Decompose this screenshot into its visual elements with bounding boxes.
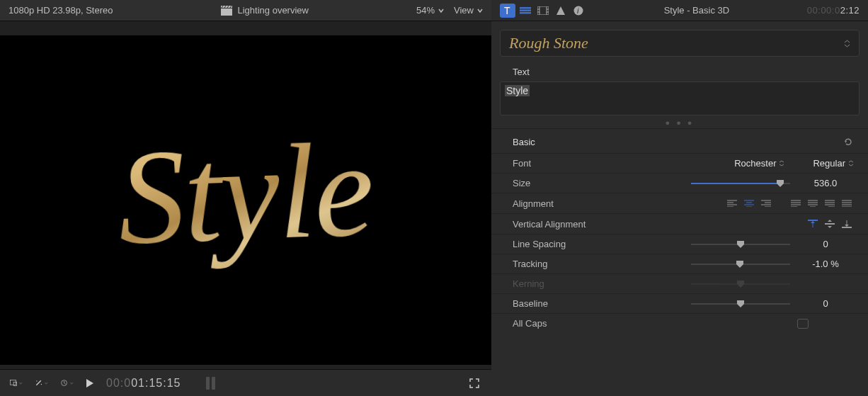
svg-marker-64 (737, 241, 744, 248)
play-button[interactable] (86, 379, 93, 387)
info-tab[interactable]: i (571, 4, 586, 18)
slider-knob-icon (736, 281, 745, 288)
crop-tool-dropdown[interactable] (10, 378, 23, 388)
clip-name-dropdown[interactable]: Lighting overview (221, 5, 309, 16)
slider-knob-icon (776, 180, 784, 187)
timecode-dim: 00:0 (106, 377, 131, 389)
valign-middle-button[interactable] (823, 218, 837, 230)
enhance-tool-dropdown[interactable] (35, 378, 48, 388)
kerning-label: Kerning (513, 278, 612, 289)
linespacing-label: Line Spacing (513, 239, 612, 249)
text-value: Style (505, 85, 530, 96)
preview-3d-text: Style (115, 111, 375, 274)
justify-center-button[interactable] (806, 198, 820, 209)
fullscreen-button[interactable] (469, 378, 481, 388)
chevron-down-icon (477, 8, 483, 13)
viewer-canvas[interactable]: Style (0, 35, 491, 365)
inspector-timecode: 00:00:02:12 (807, 5, 860, 16)
allcaps-row: All Caps (491, 313, 868, 333)
font-weight-dropdown[interactable]: Regular (813, 158, 854, 169)
justify-full-button[interactable] (840, 198, 854, 209)
timecode-main: 01:15:15 (131, 377, 181, 389)
linespacing-slider[interactable] (691, 239, 790, 249)
size-value[interactable]: 536.0 (797, 178, 854, 188)
svg-text:T: T (504, 6, 510, 16)
preset-dropdown[interactable]: Rough Stone (500, 30, 860, 57)
svg-marker-25 (845, 141, 847, 143)
allcaps-label: All Caps (513, 318, 612, 329)
svg-rect-6 (11, 380, 16, 385)
audio-meter-icon[interactable] (206, 377, 215, 390)
font-family-dropdown[interactable]: Rochester (734, 158, 784, 169)
svg-rect-14 (520, 12, 531, 14)
valign-row: Vertical Alignment (491, 213, 868, 234)
inspector-title: Style - Basic 3D (588, 5, 805, 16)
svg-marker-26 (777, 180, 784, 187)
color-tab[interactable] (553, 4, 569, 18)
allcaps-checkbox[interactable] (797, 319, 809, 329)
align-right-button[interactable] (759, 198, 773, 209)
reset-button[interactable] (843, 136, 854, 147)
view-label: View (454, 5, 474, 16)
font-weight-value: Regular (813, 158, 845, 169)
stepper-icon (844, 40, 850, 47)
format-label: 1080p HD 23.98p, Stereo (8, 5, 113, 16)
drag-handle-icon[interactable]: ● ● ● (491, 115, 868, 128)
font-row: Font Rochester Regular (491, 153, 868, 173)
viewer-panel: 1080p HD 23.98p, Stereo Lighting overvie… (0, 0, 491, 396)
font-family-value: Rochester (734, 158, 776, 169)
retime-tool-dropdown[interactable] (61, 378, 74, 388)
size-slider[interactable] (691, 179, 790, 188)
svg-rect-7 (13, 382, 17, 385)
svg-marker-57 (811, 221, 815, 223)
align-center-button[interactable] (742, 198, 756, 209)
slider-knob-icon (736, 261, 744, 268)
tracking-value[interactable]: -1.0 % (797, 259, 854, 269)
baseline-row: Baseline 0 (491, 293, 868, 313)
generator-tab[interactable] (518, 4, 533, 18)
svg-marker-63 (845, 225, 849, 227)
align-left-button[interactable] (725, 198, 739, 209)
kerning-row: Kerning (491, 273, 868, 293)
viewer-toolbar: 1080p HD 23.98p, Stereo Lighting overvie… (0, 0, 491, 21)
baseline-slider[interactable] (691, 299, 790, 309)
kerning-slider (691, 279, 790, 289)
preset-name: Rough Stone (509, 34, 588, 52)
viewer-bottom-toolbar: 00:001:15:15 (0, 369, 491, 396)
alignment-row: Alignment (491, 193, 868, 213)
timecode-display[interactable]: 00:001:15:15 (106, 376, 181, 390)
basic-group-header[interactable]: Basic (491, 128, 868, 153)
svg-marker-67 (737, 300, 744, 307)
slider-knob-icon (736, 300, 745, 307)
zoom-dropdown[interactable]: 54% (416, 5, 444, 16)
text-input[interactable]: Style (500, 81, 860, 115)
stepper-icon (848, 160, 854, 166)
valign-bottom-button[interactable] (840, 218, 854, 230)
justify-right-button[interactable] (823, 198, 837, 209)
size-label: Size (513, 178, 612, 188)
baseline-value[interactable]: 0 (797, 298, 854, 309)
linespacing-row: Line Spacing 0 (491, 234, 868, 254)
slider-knob-icon (736, 241, 745, 248)
tracking-label: Tracking (513, 259, 612, 269)
valign-top-button[interactable] (806, 218, 820, 230)
linespacing-value[interactable]: 0 (797, 239, 854, 249)
alignment-label: Alignment (513, 198, 612, 209)
tracking-slider[interactable] (691, 259, 790, 269)
view-dropdown[interactable]: View (454, 5, 483, 16)
svg-marker-65 (736, 261, 743, 268)
chevron-down-icon (438, 8, 444, 13)
size-row: Size 536.0 (491, 173, 868, 193)
video-tab[interactable] (535, 4, 551, 18)
svg-rect-13 (520, 9, 531, 11)
text-section-label: Text (491, 62, 868, 80)
svg-rect-12 (520, 7, 531, 9)
justify-left-button[interactable] (789, 198, 803, 209)
svg-marker-60 (828, 226, 832, 228)
stepper-icon (779, 160, 784, 166)
inspector-panel: T i Style - Basic 3D 00:00:02:12 Rough S… (491, 0, 868, 396)
zoom-value: 54% (416, 5, 435, 16)
svg-rect-0 (221, 9, 232, 16)
text-tab[interactable]: T (500, 4, 515, 18)
inspector-tabs: T i Style - Basic 3D 00:00:02:12 (491, 0, 868, 21)
